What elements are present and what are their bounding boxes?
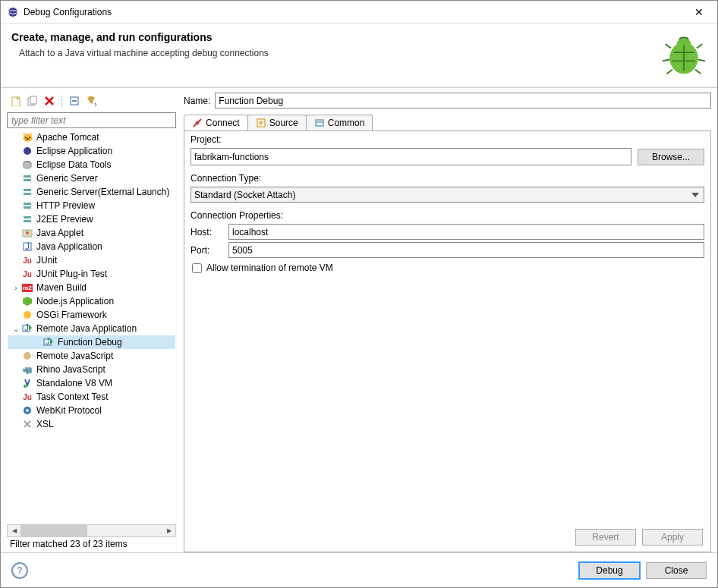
host-label: Host: [191, 227, 222, 237]
tree-item-xsl[interactable]: XSL [8, 417, 175, 431]
tab-label: Connect [206, 118, 240, 128]
project-label: Project: [191, 134, 704, 145]
close-button[interactable]: Close [646, 562, 707, 579]
svg-text:J: J [25, 241, 30, 252]
svg-point-31 [26, 409, 29, 412]
revert-button[interactable]: Revert [575, 529, 636, 546]
tree-item-webkit[interactable]: WebKit Protocol [8, 404, 175, 417]
scroll-right-arrow[interactable]: ▶ [162, 525, 175, 536]
tab-common[interactable]: Common [306, 115, 373, 130]
tree-item-label: Standalone V8 VM [36, 378, 112, 388]
maven-icon: m2 [21, 281, 33, 294]
tree-item-remote-java[interactable]: ⌄JRemote Java Application [8, 322, 175, 335]
svg-point-0 [8, 8, 17, 17]
tree-item-label: Generic Server(External Launch) [36, 187, 169, 197]
collapse-icon[interactable]: ⌄ [11, 325, 21, 333]
tree-item-maven-build[interactable]: ›m2Maven Build [8, 281, 175, 294]
tree-item-label: HTTP Preview [36, 200, 95, 211]
filter-dropdown-button[interactable] [85, 95, 97, 107]
svg-point-19 [26, 231, 29, 234]
header-title: Create, manage, and run configurations [11, 31, 269, 43]
help-button[interactable]: ? [11, 562, 28, 579]
port-input[interactable] [228, 242, 704, 258]
port-label: Port: [191, 245, 222, 256]
tree-item-v8[interactable]: Standalone V8 VM [8, 376, 175, 390]
filter-box [7, 112, 176, 128]
server-icon [21, 200, 33, 212]
remote-java-icon: J [21, 322, 33, 335]
tab-connect[interactable]: Connect [184, 115, 248, 130]
tree-item-eclipse-data-tools[interactable]: Eclipse Data Tools [8, 158, 175, 171]
filter-input[interactable] [7, 112, 176, 128]
delete-config-button[interactable] [43, 95, 55, 107]
tree-item-java-applet[interactable]: Java Applet [8, 226, 175, 240]
tree-item-label: Java Applet [36, 228, 83, 238]
tree-item-label: JUnit [36, 255, 57, 266]
project-input[interactable] [191, 148, 631, 165]
tree-item-java-application[interactable]: JJava Application [8, 240, 175, 253]
svg-rect-13 [24, 193, 31, 195]
allow-term-checkbox[interactable] [192, 263, 202, 273]
tree-item-generic-server-ext[interactable]: Generic Server(External Launch) [8, 185, 175, 199]
tree-item-eclipse-application[interactable]: Eclipse Application [8, 144, 175, 158]
name-input[interactable] [215, 93, 711, 108]
junit-icon: Ju [21, 391, 33, 403]
xsl-icon [21, 418, 33, 430]
new-config-button[interactable] [10, 95, 22, 107]
svg-text:J: J [24, 323, 29, 333]
v8-icon [21, 377, 33, 389]
tree-item-apache-tomcat[interactable]: 🐱Apache Tomcat [8, 130, 175, 144]
tree-item-http-preview[interactable]: HTTP Preview [8, 199, 175, 212]
connect-tab-icon [192, 118, 203, 128]
expand-icon[interactable]: › [11, 284, 21, 292]
tree-item-nodejs[interactable]: Node.js Application [8, 294, 175, 308]
toolbar-separator [61, 95, 62, 107]
tree-item-generic-server[interactable]: Generic Server [8, 171, 175, 185]
source-tab-icon [256, 118, 266, 128]
tree-item-function-debug[interactable]: JFunction Debug [8, 335, 175, 349]
tree-item-j2ee-preview[interactable]: J2EE Preview [8, 212, 175, 226]
tree-item-junit-plugin[interactable]: JuJUnit Plug-in Test [8, 267, 175, 281]
tree-item-label: Generic Server [36, 173, 98, 184]
dialog-button-bar: ? Debug Close [1, 552, 717, 587]
window-titlebar: Debug Configurations ✕ [1, 1, 717, 24]
tree-item-label: Remote JavaScript [36, 351, 113, 361]
svg-rect-17 [24, 220, 31, 222]
junit-icon: Ju [21, 254, 33, 266]
remote-java-icon: J [43, 336, 55, 348]
tree-item-junit[interactable]: JuJUnit [8, 253, 175, 267]
applet-icon [21, 227, 33, 239]
server-icon [21, 186, 33, 198]
svg-marker-22 [23, 297, 32, 306]
duplicate-config-button[interactable] [27, 95, 39, 107]
debug-button[interactable]: Debug [579, 562, 640, 579]
conn-type-select[interactable]: Standard (Socket Attach) [191, 187, 704, 203]
scroll-thumb[interactable] [20, 525, 87, 536]
tree-item-remote-js[interactable]: Remote JavaScript [8, 349, 175, 363]
scroll-left-arrow[interactable]: ◀ [8, 525, 20, 536]
java-app-icon: J [21, 241, 33, 253]
config-tabs: Connect Source Common [184, 115, 711, 131]
apply-button[interactable]: Apply [642, 529, 703, 546]
eclipse-app-icon [21, 145, 33, 157]
host-input[interactable] [228, 224, 704, 240]
svg-point-8 [24, 147, 31, 155]
tree-item-label: Eclipse Application [36, 146, 112, 156]
tree-item-rhino[interactable]: 🦏Rhino JavaScript [8, 363, 175, 376]
tree-item-task-context[interactable]: JuTask Context Test [8, 390, 175, 404]
window-close-button[interactable]: ✕ [687, 3, 711, 21]
nodejs-icon [21, 295, 33, 307]
junit-plugin-icon: Ju [21, 268, 33, 280]
eclipse-icon [7, 6, 19, 18]
config-tree[interactable]: 🐱Apache Tomcat Eclipse Application Eclip… [7, 130, 176, 524]
svg-point-29 [24, 385, 27, 388]
tree-item-label: XSL [36, 419, 54, 429]
tree-item-osgi[interactable]: OSGi Framework [8, 308, 175, 322]
collapse-all-button[interactable] [68, 95, 80, 107]
tree-hscrollbar[interactable]: ◀ ▶ [7, 524, 176, 537]
tab-label: Common [328, 118, 365, 128]
tab-source[interactable]: Source [247, 115, 307, 130]
tree-item-label: Eclipse Data Tools [36, 159, 112, 170]
browse-button[interactable]: Browse... [638, 149, 704, 165]
svg-rect-6 [30, 96, 36, 104]
